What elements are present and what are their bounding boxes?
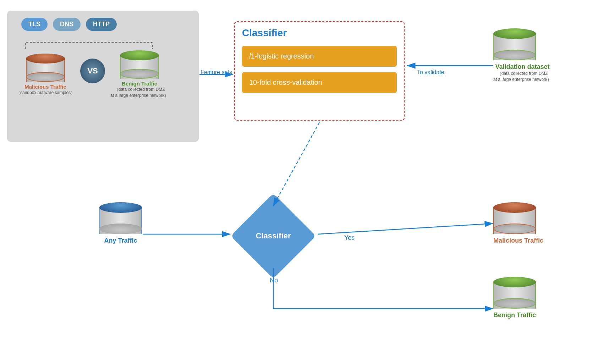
svg-line-4 [273,122,319,206]
validation-sub1: （data collected from DMZ [493,71,552,77]
validation-label: Validation dataset [493,63,552,71]
malicious-sub: （sandbox malware samples） [16,90,75,96]
malicious-cylinder: Malicious Traffic （sandbox malware sampl… [16,54,75,96]
bracket-line [25,42,153,49]
classifier-diamond: Classifier [231,206,316,266]
malicious-label: Malicious Traffic [24,84,66,90]
dns-badge: DNS [53,18,81,31]
benign-cylinder: Benign Traffic （data collected from DMZ … [110,50,169,99]
no-label: No [270,277,278,284]
benign-sub2: at a large enterprise network） [110,93,169,99]
training-box: TLS DNS HTTP Malicious Traffic （sandbox … [7,11,199,142]
feature-sets-label: Feature sets [201,69,232,76]
classifier-diamond-text: Classifier [256,231,291,241]
malicious-result-cylinder: Malicious Traffic [493,202,543,244]
diagram-container: TLS DNS HTTP Malicious Traffic （sandbox … [0,0,614,364]
yes-label: Yes [344,234,355,242]
benign-result-cylinder: Benign Traffic [493,277,536,319]
benign-sub1: （data collected from DMZ [114,87,165,93]
any-traffic-cylinder: Any Traffic [99,202,142,244]
vs-circle: VS [80,59,105,83]
any-traffic-label: Any Traffic [99,237,142,244]
classifier-title: Classifier [242,27,397,39]
classifier-item-2: 10-fold cross-validation [242,72,397,93]
validation-sub2: at a large enterprise network） [493,77,552,83]
malicious-result-label: Malicious Traffic [493,237,543,244]
benign-result-label: Benign Traffic [493,311,536,319]
http-badge: HTTP [86,18,117,31]
validation-cylinder: Validation dataset （data collected from … [493,28,552,83]
classifier-box-top: Classifier l1-logistic regression 10-fol… [234,21,405,121]
protocol-badges: TLS DNS HTTP [21,18,192,31]
benign-label: Benign Traffic [122,81,157,87]
classifier-item-1: l1-logistic regression [242,46,397,67]
svg-line-6 [318,224,493,234]
tls-badge: TLS [21,18,48,31]
to-validate-label: To validate [417,69,444,76]
